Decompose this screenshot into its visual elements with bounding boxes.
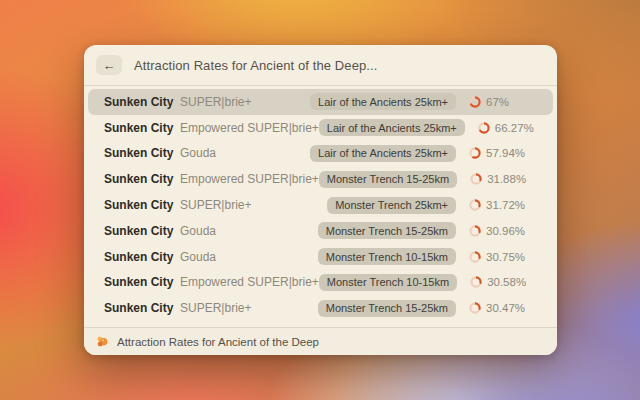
row-stage-badge: Monster Trench 15-25km — [318, 222, 456, 239]
row-stage-badge: Monster Trench 15-25km — [318, 300, 456, 317]
row-bait: Gouda — [180, 224, 318, 238]
row-rate: 30.58% — [487, 276, 526, 288]
row-rate-group: 30.96% — [469, 225, 541, 237]
row-rate: 31.72% — [486, 199, 525, 211]
row-stage-badge: Monster Trench 15-25km — [319, 171, 457, 188]
mousehunt-logo-icon — [96, 334, 108, 349]
row-bait: Empowered SUPER|brie+ — [180, 121, 319, 135]
row-rate-group: 30.58% — [470, 276, 542, 288]
row-stage-badge: Monster Trench 10-15km — [318, 248, 456, 265]
attraction-row[interactable]: Sunken City Gouda Monster Trench 10-15km… — [88, 244, 553, 270]
row-rate-group: 31.88% — [470, 173, 542, 185]
attraction-row[interactable]: Sunken City Empowered SUPER|brie+ Monste… — [88, 270, 553, 296]
row-bait: SUPER|brie+ — [180, 95, 310, 109]
row-bait: Empowered SUPER|brie+ — [180, 275, 319, 289]
row-stage-badge: Monster Trench 10-15km — [319, 274, 457, 291]
row-rate-group: 66.27% — [478, 122, 550, 134]
results-list: Sunken City SUPER|brie+ Lair of the Anci… — [84, 86, 557, 327]
row-bait: SUPER|brie+ — [180, 301, 318, 315]
attraction-rate-ring-icon — [470, 276, 482, 288]
row-rate-group: 31.72% — [469, 199, 541, 211]
attraction-row[interactable]: Sunken City Empowered SUPER|brie+ Lair o… — [88, 115, 553, 141]
page-title: Attraction Rates for Ancient of the Deep… — [134, 58, 378, 73]
row-rate-group: 67% — [469, 96, 541, 108]
row-bait: Empowered SUPER|brie+ — [180, 172, 319, 186]
row-stage-badge: Lair of the Ancients 25km+ — [310, 93, 456, 110]
row-stage-badge: Monster Trench 25km+ — [327, 197, 456, 214]
row-rate: 66.27% — [495, 122, 534, 134]
attraction-row[interactable]: Sunken City SUPER|brie+ Monster Trench 2… — [88, 192, 553, 218]
back-button[interactable]: ← — [96, 55, 122, 75]
row-rate: 57.94% — [486, 147, 525, 159]
attraction-rate-ring-icon — [478, 122, 490, 134]
row-bait: Gouda — [180, 250, 318, 264]
row-rate: 30.47% — [486, 302, 525, 314]
attraction-rate-ring-icon — [469, 251, 481, 263]
arrow-left-icon: ← — [103, 59, 116, 72]
row-location: Sunken City — [104, 95, 180, 109]
attraction-row[interactable]: Sunken City Gouda Monster Trench 15-25km… — [88, 218, 553, 244]
footer-action-bar[interactable]: Attraction Rates for Ancient of the Deep — [84, 327, 557, 355]
attraction-rate-ring-icon — [470, 173, 482, 185]
row-rate: 67% — [486, 96, 509, 108]
attraction-row[interactable]: Sunken City Empowered SUPER|brie+ Monste… — [88, 166, 553, 192]
row-rate-group: 57.94% — [469, 147, 541, 159]
attraction-rate-ring-icon — [469, 199, 481, 211]
attraction-rate-ring-icon — [469, 302, 481, 314]
row-stage-badge: Lair of the Ancients 25km+ — [310, 145, 456, 162]
row-rate-group: 30.75% — [469, 251, 541, 263]
attraction-rate-ring-icon — [469, 225, 481, 237]
row-rate: 30.96% — [486, 225, 525, 237]
row-bait: SUPER|brie+ — [180, 198, 327, 212]
launcher-window: ← Attraction Rates for Ancient of the De… — [84, 45, 557, 355]
row-location: Sunken City — [104, 172, 180, 186]
row-location: Sunken City — [104, 275, 180, 289]
row-rate: 30.75% — [486, 251, 525, 263]
window-titlebar: ← Attraction Rates for Ancient of the De… — [84, 45, 557, 86]
footer-label: Attraction Rates for Ancient of the Deep — [117, 336, 319, 348]
row-rate-group: 30.47% — [469, 302, 541, 314]
attraction-row[interactable]: Sunken City Gouda Lair of the Ancients 2… — [88, 141, 553, 167]
row-stage-badge: Lair of the Ancients 25km+ — [319, 119, 465, 136]
row-rate: 31.88% — [487, 173, 526, 185]
attraction-row[interactable]: Sunken City SUPER|brie+ Monster Trench 1… — [88, 295, 553, 321]
row-location: Sunken City — [104, 146, 180, 160]
row-location: Sunken City — [104, 121, 180, 135]
row-location: Sunken City — [104, 250, 180, 264]
row-location: Sunken City — [104, 224, 180, 238]
row-location: Sunken City — [104, 301, 180, 315]
attraction-rate-ring-icon — [469, 96, 481, 108]
row-location: Sunken City — [104, 198, 180, 212]
attraction-row[interactable]: Sunken City SUPER|brie+ Lair of the Anci… — [88, 89, 553, 115]
row-bait: Gouda — [180, 146, 310, 160]
attraction-rate-ring-icon — [469, 147, 481, 159]
